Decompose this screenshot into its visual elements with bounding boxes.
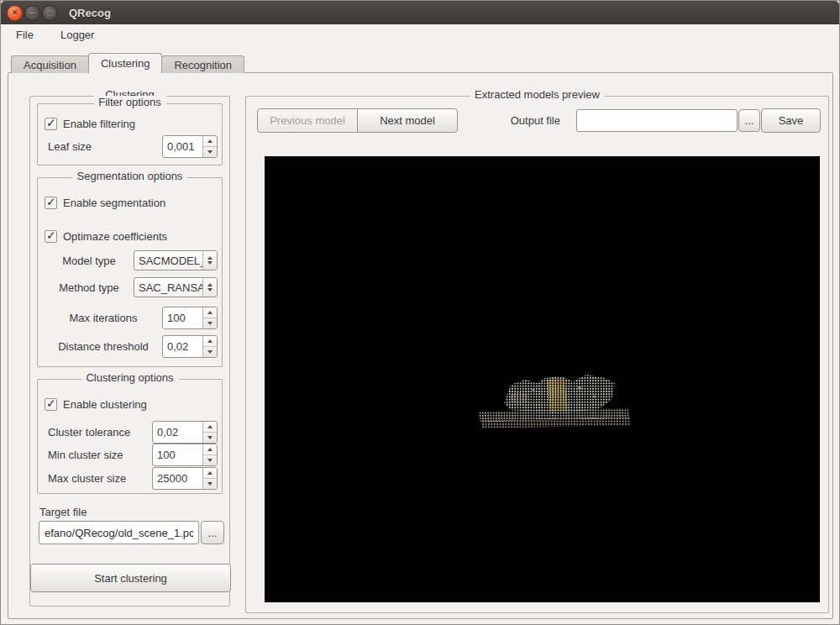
- method-type-row: Method type SAC_RANSAC: [45, 277, 218, 297]
- spin-down-icon[interactable]: [203, 318, 217, 328]
- min-cluster-size-label: Min cluster size: [45, 449, 152, 461]
- enable-segmentation-label: Enable segmentation: [63, 197, 165, 209]
- enable-clustering-checkbox[interactable]: [45, 398, 57, 411]
- target-file-row: ...: [39, 521, 224, 544]
- method-type-combobox[interactable]: SAC_RANSAC: [134, 277, 218, 297]
- distance-threshold-label: Distance threshold: [45, 340, 162, 353]
- enable-filtering-row: Enable filtering: [45, 116, 215, 131]
- enable-filtering-label: Enable filtering: [63, 118, 135, 130]
- max-iterations-row: Max iterations 100: [45, 307, 218, 329]
- minimize-button[interactable]: [24, 5, 40, 21]
- spin-arrows: [202, 422, 217, 443]
- tabbar: Acquisition Clustering Recognition: [11, 53, 244, 73]
- target-file-input[interactable]: [39, 521, 199, 544]
- spin-arrows: [202, 136, 217, 157]
- start-clustering-button[interactable]: Start clustering: [30, 564, 231, 592]
- cluster-tolerance-row: Cluster tolerance 0,02: [45, 421, 218, 444]
- menu-file[interactable]: File: [13, 27, 37, 43]
- previous-model-button[interactable]: Previous model: [257, 108, 358, 133]
- model-viewport[interactable]: [265, 156, 820, 602]
- cluster-tolerance-label: Cluster tolerance: [45, 426, 152, 439]
- method-type-value: SAC_RANSAC: [134, 278, 202, 297]
- spin-up-icon[interactable]: [203, 444, 217, 455]
- spin-up-icon[interactable]: [203, 136, 217, 147]
- optimize-coefficients-row: Optimaze coefficients: [45, 228, 215, 244]
- spin-down-icon[interactable]: [203, 347, 217, 357]
- leaf-size-value[interactable]: 0,001: [163, 136, 202, 157]
- spin-up-icon[interactable]: [203, 307, 217, 318]
- leaf-size-label: Leaf size: [45, 140, 162, 153]
- max-cluster-size-row: Max cluster size 25000: [45, 467, 218, 490]
- target-file-label: Target file: [39, 506, 87, 518]
- model-type-combobox[interactable]: SACMODEL_: [134, 250, 218, 270]
- combo-arrows-icon[interactable]: [202, 278, 217, 297]
- min-cluster-size-spinbox[interactable]: 100: [152, 444, 218, 466]
- preview-groupbox: Extracted models preview Previous model …: [245, 96, 829, 613]
- tab-recognition[interactable]: Recognition: [161, 55, 244, 73]
- distance-threshold-spinbox[interactable]: 0,02: [162, 335, 218, 358]
- spin-arrows: [202, 444, 217, 465]
- save-button[interactable]: Save: [761, 108, 821, 133]
- clustering-options-title: Clustering options: [81, 371, 178, 384]
- model-type-value: SACMODEL_: [134, 251, 202, 270]
- max-cluster-size-label: Max cluster size: [45, 472, 152, 485]
- preview-groupbox-title: Extracted models preview: [470, 88, 605, 101]
- spin-down-icon[interactable]: [203, 147, 217, 157]
- enable-filtering-checkbox[interactable]: [45, 118, 57, 130]
- spin-up-icon[interactable]: [203, 468, 217, 479]
- segmentation-options-groupbox: Segmentation options Enable segmentation…: [37, 177, 223, 367]
- spin-down-icon[interactable]: [203, 433, 217, 443]
- maximize-button[interactable]: [42, 5, 58, 21]
- combo-arrows-icon[interactable]: [202, 251, 217, 270]
- max-iterations-spinbox[interactable]: 100: [162, 307, 218, 329]
- spin-down-icon[interactable]: [203, 479, 217, 489]
- distance-threshold-row: Distance threshold 0,02: [45, 335, 218, 358]
- cluster-tolerance-value[interactable]: 0,02: [153, 422, 202, 443]
- spin-arrows: [202, 336, 217, 357]
- spin-up-icon[interactable]: [203, 336, 217, 347]
- max-cluster-size-value[interactable]: 25000: [153, 468, 202, 489]
- clustering-groupbox: Clustering Filter options Enable filteri…: [29, 96, 230, 607]
- model-type-row: Model type SACMODEL_: [45, 250, 218, 270]
- enable-clustering-label: Enable clustering: [63, 398, 147, 411]
- next-model-button[interactable]: Next model: [357, 108, 458, 133]
- filter-options-groupbox: Filter options Enable filtering Leaf siz…: [37, 103, 223, 165]
- menubar: File Logger: [1, 24, 839, 45]
- output-file-label: Output file: [490, 114, 560, 127]
- spin-down-icon[interactable]: [203, 455, 217, 465]
- distance-threshold-value[interactable]: 0,02: [163, 336, 202, 357]
- output-file-input[interactable]: [576, 109, 738, 132]
- enable-clustering-row: Enable clustering: [45, 397, 215, 412]
- target-file-browse-button[interactable]: ...: [201, 521, 224, 544]
- spin-arrows: [202, 468, 217, 489]
- enable-segmentation-row: Enable segmentation: [45, 195, 215, 210]
- menu-logger[interactable]: Logger: [57, 27, 97, 43]
- close-button[interactable]: [7, 5, 23, 21]
- optimize-coefficients-checkbox[interactable]: [45, 230, 57, 243]
- segmentation-options-title: Segmentation options: [72, 170, 188, 182]
- clustering-tab-pane: Clustering Filter options Enable filteri…: [8, 72, 833, 619]
- model-type-label: Model type: [45, 255, 134, 267]
- filter-options-title: Filter options: [93, 96, 165, 108]
- leaf-size-row: Leaf size 0,001: [45, 135, 218, 158]
- tab-clustering[interactable]: Clustering: [88, 53, 163, 73]
- min-cluster-size-row: Min cluster size 100: [45, 444, 218, 466]
- point-cloud: [479, 371, 630, 434]
- output-file-browse-button[interactable]: ...: [738, 109, 760, 132]
- spin-arrows: [202, 307, 217, 328]
- max-cluster-size-spinbox[interactable]: 25000: [152, 467, 218, 490]
- window-title: QRecog: [69, 7, 111, 19]
- cluster-tolerance-spinbox[interactable]: 0,02: [152, 421, 218, 444]
- leaf-size-spinbox[interactable]: 0,001: [162, 135, 218, 158]
- spin-up-icon[interactable]: [203, 422, 217, 433]
- method-type-label: Method type: [45, 281, 134, 294]
- max-iterations-label: Max iterations: [45, 312, 162, 324]
- app-window: QRecog File Logger Acquisition Clusterin…: [0, 0, 840, 625]
- max-iterations-value[interactable]: 100: [163, 307, 202, 328]
- optimize-coefficients-label: Optimaze coefficients: [63, 230, 167, 243]
- clustering-options-groupbox: Clustering options Enable clustering Clu…: [37, 379, 223, 494]
- tab-acquisition[interactable]: Acquisition: [11, 55, 89, 73]
- min-cluster-size-value[interactable]: 100: [153, 444, 202, 465]
- enable-segmentation-checkbox[interactable]: [45, 197, 57, 209]
- titlebar: QRecog: [1, 1, 839, 24]
